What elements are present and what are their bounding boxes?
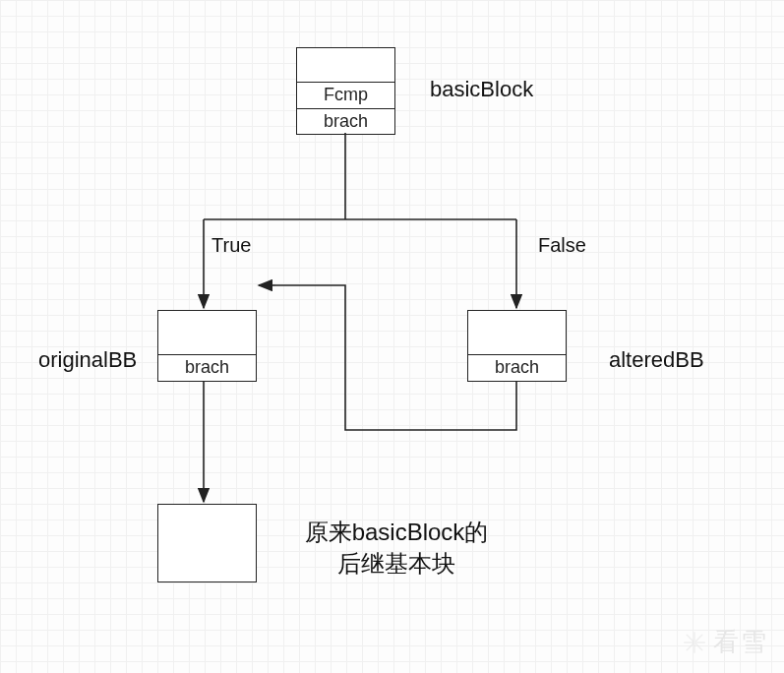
node-originalbb-header	[158, 311, 256, 354]
node-basicblock-row-brach: brach	[297, 108, 394, 135]
label-basicblock: basicBlock	[430, 77, 533, 102]
label-alteredbb: alteredBB	[609, 347, 704, 373]
label-successor-line2: 后继基本块	[337, 550, 455, 577]
node-originalbb: brach	[157, 310, 257, 382]
label-originalbb: originalBB	[38, 347, 137, 373]
label-successor: 原来basicBlock的 后继基本块	[283, 517, 510, 581]
node-basicblock: Fcmp brach	[296, 47, 395, 135]
node-successor	[157, 504, 257, 582]
node-basicblock-row-fcmp: Fcmp	[297, 82, 394, 108]
node-alteredbb: brach	[467, 310, 567, 382]
label-successor-line1: 原来basicBlock的	[305, 519, 489, 545]
node-originalbb-row-brach: brach	[158, 354, 256, 381]
node-alteredbb-header	[468, 311, 566, 354]
edge-label-false: False	[538, 234, 586, 257]
snowflake-icon	[682, 630, 707, 655]
node-basicblock-header	[297, 48, 394, 82]
watermark-text: 看雪	[713, 625, 768, 659]
edge-label-true: True	[211, 234, 251, 257]
node-alteredbb-row-brach: brach	[468, 354, 566, 381]
watermark: 看雪	[682, 625, 768, 659]
